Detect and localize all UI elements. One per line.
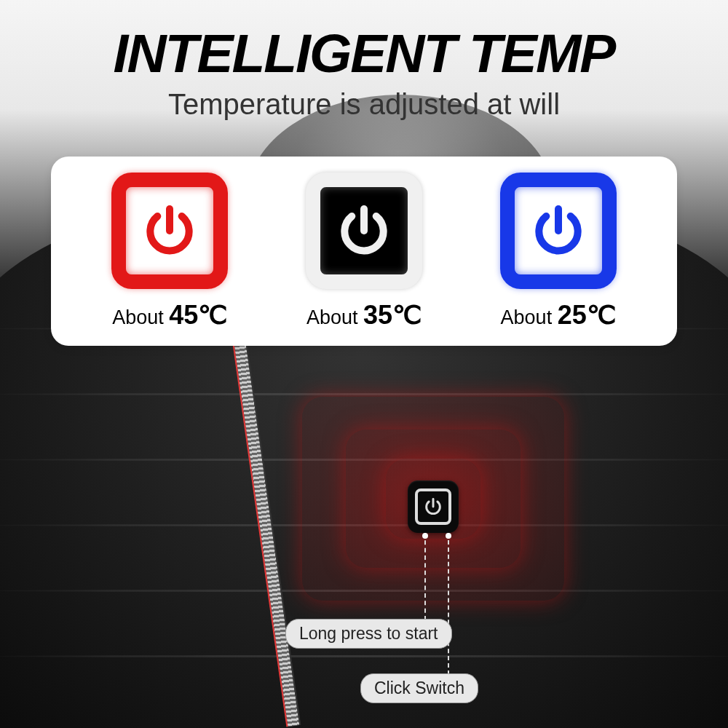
power-icon	[335, 202, 393, 260]
callout-dot	[446, 533, 451, 539]
quilted-seam	[0, 655, 728, 657]
jacket-power-button-frame	[415, 488, 451, 525]
page-subtitle: Temperature is adjusted at will	[0, 88, 728, 121]
quilted-seam	[0, 393, 728, 395]
temp-option-low: About 25℃	[500, 173, 617, 331]
callout-dot	[422, 533, 428, 539]
power-icon	[423, 496, 443, 517]
temp-option-high: About 45℃	[111, 173, 228, 331]
temp-option-medium: About 35℃	[306, 173, 422, 331]
header: INTELLIGENT TEMP Temperature is adjusted…	[0, 22, 728, 121]
power-button-red	[111, 173, 228, 289]
callout-longpress: Long press to start	[285, 619, 452, 649]
power-button-white	[306, 173, 422, 289]
callout-click: Click Switch	[360, 673, 478, 703]
power-icon	[141, 202, 199, 260]
jacket-power-button[interactable]	[408, 480, 459, 533]
temp-label-low: About 25℃	[501, 300, 616, 331]
power-icon	[529, 202, 587, 260]
callout-line	[424, 533, 426, 620]
temp-label-medium: About 35℃	[306, 300, 422, 331]
power-button-blue	[500, 173, 617, 289]
page-title: INTELLIGENT TEMP	[0, 22, 728, 84]
temp-label-high: About 45℃	[112, 300, 227, 331]
temperature-panel: About 45℃ About 35℃ About 25℃	[51, 157, 677, 346]
callout-line	[448, 533, 449, 675]
